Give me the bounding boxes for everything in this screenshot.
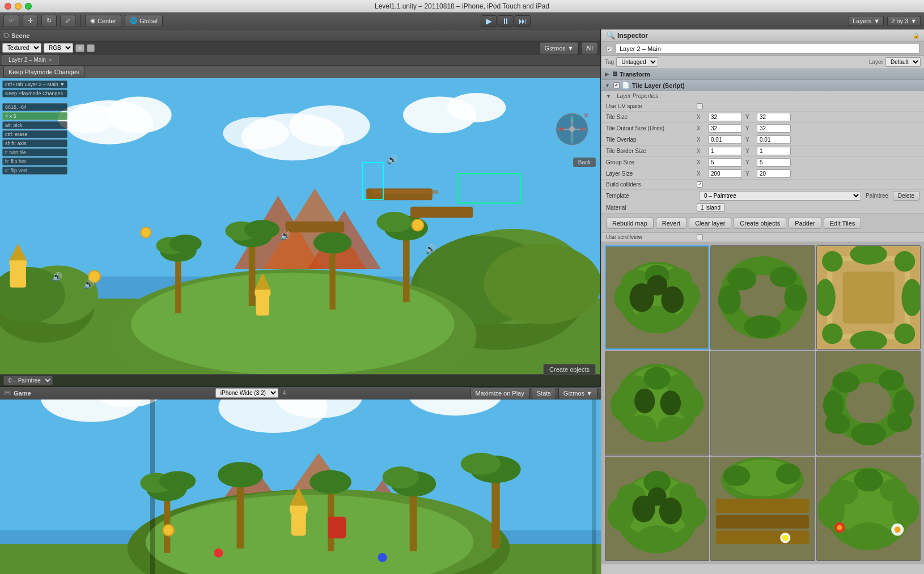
layers-dropdown[interactable]: Layers ▼: [849, 16, 884, 26]
svg-point-125: [744, 315, 782, 338]
tile-3[interactable]: [605, 351, 709, 455]
edit-tiles-button[interactable]: Edit Tiles: [824, 218, 862, 229]
rebuild-map-button[interactable]: Rebuild map: [606, 218, 654, 229]
tile-0[interactable]: [605, 245, 709, 350]
layer-tab-close[interactable]: ✕: [48, 57, 53, 63]
palmtree-select[interactable]: 0 – Palmtree: [3, 376, 53, 385]
game-viewport-svg: A: [0, 399, 601, 574]
svg-rect-94: [491, 476, 499, 549]
scale-tool-button[interactable]: ⤢: [60, 15, 75, 27]
tile-layer-collapse: ▼: [605, 83, 610, 88]
screen-ratio: 4: [283, 390, 286, 396]
sep-1: [80, 15, 80, 27]
tile-8[interactable]: [816, 457, 921, 561]
tile-overlap-x-input[interactable]: [708, 135, 742, 144]
tool-item-coords: 6616, -64: [2, 103, 67, 111]
global-button[interactable]: 🌐 Global: [125, 15, 163, 27]
rotate-tool-button[interactable]: ↻: [41, 15, 57, 27]
layout-dropdown-arrow: ▼: [910, 18, 917, 24]
stats-button[interactable]: Stats: [532, 387, 556, 399]
transform-header[interactable]: ▶ ⊞ Transform: [601, 69, 924, 80]
tile-border-y-input[interactable]: [757, 147, 791, 155]
tile-border-x-input[interactable]: [708, 147, 742, 155]
group-size-x-input[interactable]: [708, 158, 742, 167]
clear-layer-button[interactable]: Clear layer: [689, 218, 731, 229]
minimize-button[interactable]: [15, 3, 22, 10]
tile-4[interactable]: [710, 351, 815, 455]
tile-6[interactable]: [605, 457, 709, 561]
tile-1[interactable]: [710, 245, 815, 350]
tile-overlap-y-input[interactable]: [757, 135, 791, 144]
tile-2[interactable]: [816, 245, 921, 350]
tile-size-label: Tile Size: [606, 114, 697, 120]
layer-tab[interactable]: Layer 2 – Main ✕: [2, 55, 59, 65]
create-objects-button[interactable]: Create objects: [734, 218, 786, 229]
left-panels: ⬡ Scene Textured RGB ☀ Gizmos ▼ All: [0, 29, 601, 574]
tile-5[interactable]: [816, 351, 921, 455]
revert-button[interactable]: Revert: [656, 218, 686, 229]
tile-output-y-input[interactable]: [757, 124, 791, 133]
delete-button[interactable]: Delete: [893, 191, 919, 201]
move-tool-button[interactable]: ✛: [23, 15, 38, 27]
build-colliders-checkbox[interactable]: ✓: [697, 181, 703, 188]
center-button[interactable]: ◉ Center: [85, 15, 121, 27]
tile-size-x-input[interactable]: [708, 113, 742, 121]
inspector-body: ✓ Tag Untagged Layer Default ▶ ⊞ Transfo…: [601, 42, 924, 574]
svg-point-59: [569, 126, 575, 132]
back-button-overlay[interactable]: Back: [573, 158, 596, 167]
step-button[interactable]: ⏭: [515, 15, 531, 27]
group-size-y-input[interactable]: [757, 158, 791, 167]
tile-size-y-input[interactable]: [757, 113, 791, 121]
svg-point-136: [822, 324, 842, 344]
audio-toggle[interactable]: [87, 44, 95, 52]
window-title: Level1.1.unity – 20110818 – iPhone, iPod…: [375, 2, 549, 10]
svg-point-123: [718, 285, 741, 314]
keep-playmode-button[interactable]: Keep Playmode Changes: [3, 66, 84, 78]
tile-layer-header[interactable]: ▼ ✓ 📄 Tile Layer (Script): [601, 80, 924, 91]
padder-button[interactable]: Padder: [789, 218, 821, 229]
lock-icon[interactable]: 🔒: [913, 32, 919, 39]
layer-size-x-input[interactable]: [708, 169, 742, 178]
color-mode-select[interactable]: RGB: [44, 43, 73, 53]
hand-tool-button[interactable]: ☞: [3, 15, 19, 27]
game-gizmos-button[interactable]: Gizmos ▼: [558, 387, 597, 399]
template-select[interactable]: 0 – Palmtree: [699, 191, 861, 201]
svg-point-182: [782, 534, 789, 541]
all-button[interactable]: All: [581, 42, 598, 54]
close-button[interactable]: [5, 3, 11, 10]
pause-button[interactable]: ⏸: [498, 15, 514, 27]
gizmos-dropdown[interactable]: Gizmos ▼: [540, 42, 579, 54]
tool-overlay: ctrl+Tab Layer 2 – Main ▼ Keep Playmode …: [0, 78, 70, 177]
inspector-header: 🔍 Inspector 🔒: [601, 29, 924, 42]
lighting-toggle[interactable]: ☀: [75, 44, 84, 52]
object-name-input[interactable]: [616, 44, 919, 54]
template-name: Palmtree: [866, 193, 888, 199]
scrollview-checkbox[interactable]: [697, 234, 703, 240]
maximize-button[interactable]: [25, 3, 32, 10]
create-objects-overlay[interactable]: Create objects: [543, 364, 596, 375]
screen-size-select[interactable]: iPhone Wide (3:2): [215, 388, 278, 398]
layout-dropdown[interactable]: 2 by 3 ▼: [887, 16, 921, 26]
use-uv-checkbox[interactable]: [697, 103, 703, 109]
svg-point-168: [680, 496, 706, 528]
content-area: ⬡ Scene Textured RGB ☀ Gizmos ▼ All: [0, 29, 924, 574]
material-value[interactable]: 1 Island: [697, 203, 724, 212]
tile-output-x-input[interactable]: [708, 124, 742, 133]
game-viewport[interactable]: A: [0, 399, 601, 574]
window-buttons[interactable]: [5, 3, 32, 10]
scene-viewport[interactable]: 🔊 🔊 🔊 🔊 🔊 ctrl+Tab Layer 2 – Main ▼ Keep…: [0, 78, 600, 386]
svg-point-122: [770, 266, 796, 287]
tile-7[interactable]: [710, 457, 815, 561]
play-button[interactable]: ▶: [481, 15, 497, 27]
use-uv-label: Use UV space: [606, 103, 697, 109]
tile-layer-enabled[interactable]: ✓: [613, 82, 620, 88]
object-enabled-checkbox[interactable]: ✓: [606, 46, 612, 52]
layer-size-y-input[interactable]: [757, 169, 791, 178]
maximize-on-play[interactable]: Maximize on Play: [471, 387, 529, 399]
global-icon: 🌐: [130, 17, 138, 24]
game-panel-header: 🎮 Game iPhone Wide (3:2) 4 Maximize on P…: [0, 387, 601, 399]
tag-select[interactable]: Untagged: [616, 57, 658, 67]
layer-select[interactable]: Default: [885, 57, 921, 67]
render-mode-select[interactable]: Textured: [2, 43, 41, 53]
template-label: Template: [606, 193, 697, 199]
